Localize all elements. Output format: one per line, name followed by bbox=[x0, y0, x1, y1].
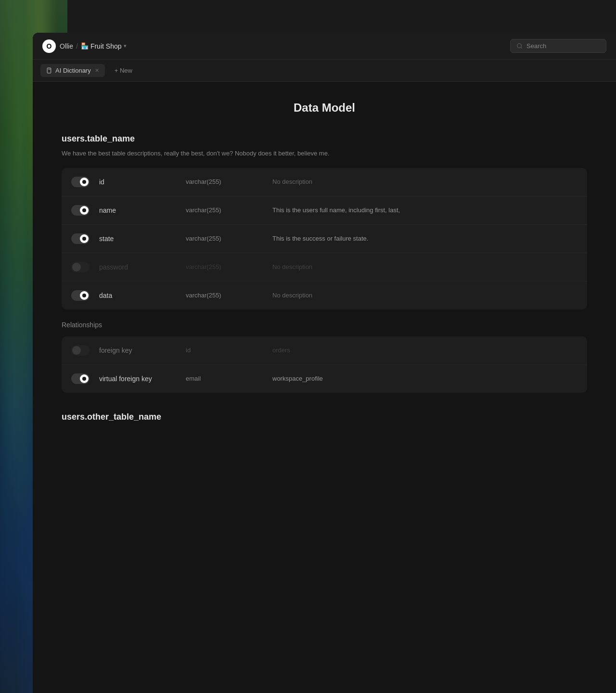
rel-name-virtual-fk: virtual foreign key bbox=[99, 375, 176, 383]
toggle-knob bbox=[80, 234, 89, 243]
breadcrumb-workspace[interactable]: 🏪 Fruit Shop ▾ bbox=[81, 42, 127, 50]
field-type-password: varchar(255) bbox=[186, 263, 263, 270]
field-row-data: data varchar(255) No description bbox=[62, 282, 587, 309]
svg-line-14 bbox=[521, 47, 522, 48]
field-name-data: data bbox=[99, 292, 176, 299]
search-icon bbox=[516, 43, 523, 49]
toggle-knob bbox=[72, 346, 81, 355]
field-row-id: id varchar(255) No description bbox=[62, 168, 587, 196]
field-name-password: password bbox=[99, 263, 176, 271]
relationships-container: foreign key id orders virtual foreign ke… bbox=[62, 336, 587, 393]
field-name-state: state bbox=[99, 235, 176, 243]
topbar: O Ollie / 🏪 Fruit Shop ▾ Search bbox=[33, 33, 616, 60]
breadcrumb-separator: / bbox=[76, 42, 78, 50]
rel-row-foreign-key: foreign key id orders bbox=[62, 336, 587, 365]
rel-key-virtual-fk: email bbox=[186, 375, 263, 382]
store-icon: 🏪 bbox=[81, 42, 89, 50]
rel-target-virtual-fk: workspace_profile bbox=[272, 375, 578, 382]
breadcrumb-user: Ollie bbox=[60, 42, 73, 50]
search-bar[interactable]: Search bbox=[510, 39, 606, 53]
tab-close-button[interactable]: ✕ bbox=[95, 67, 99, 74]
toggle-id[interactable] bbox=[71, 177, 90, 187]
toggle-foreign-key[interactable] bbox=[71, 345, 90, 356]
svg-rect-15 bbox=[47, 68, 51, 73]
rel-row-virtual-fk: virtual foreign key email workspace_prof… bbox=[62, 365, 587, 393]
toggle-name[interactable] bbox=[71, 205, 90, 216]
second-table-name: users.other_table_name bbox=[62, 412, 587, 422]
main-content: Data Model users.table_name We have the … bbox=[33, 82, 616, 693]
field-desc-id: No description bbox=[272, 178, 578, 185]
table-section-users: users.table_name We have the best table … bbox=[62, 134, 587, 393]
field-row-name: name varchar(255) This is the users full… bbox=[62, 196, 587, 225]
field-type-name: varchar(255) bbox=[186, 206, 263, 214]
field-row-state: state varchar(255) This is the success o… bbox=[62, 225, 587, 253]
svg-point-13 bbox=[517, 44, 522, 48]
field-desc-password: No description bbox=[272, 263, 578, 270]
toggle-knob bbox=[80, 374, 89, 383]
table-description: We have the best table descriptions, rea… bbox=[62, 149, 587, 158]
toggle-knob bbox=[80, 291, 89, 300]
toggle-knob bbox=[72, 263, 81, 271]
rel-name-foreign-key: foreign key bbox=[99, 346, 176, 354]
toggle-password[interactable] bbox=[71, 262, 90, 272]
toggle-data[interactable] bbox=[71, 290, 90, 301]
tab-ai-dictionary[interactable]: AI Dictionary ✕ bbox=[40, 64, 105, 77]
field-type-id: varchar(255) bbox=[186, 178, 263, 185]
toggle-virtual-fk[interactable] bbox=[71, 373, 90, 384]
toggle-knob bbox=[80, 206, 89, 215]
field-type-state: varchar(255) bbox=[186, 235, 263, 242]
chevron-down-icon: ▾ bbox=[124, 43, 127, 49]
new-tab-button[interactable]: + New bbox=[109, 64, 138, 77]
relationships-label: Relationships bbox=[62, 321, 587, 329]
table-name: users.table_name bbox=[62, 134, 587, 144]
rel-key-foreign-key: id bbox=[186, 346, 263, 354]
page-title: Data Model bbox=[62, 101, 587, 115]
tab-dictionary-icon bbox=[46, 67, 52, 74]
field-type-data: varchar(255) bbox=[186, 292, 263, 299]
fields-container: id varchar(255) No description name varc… bbox=[62, 168, 587, 309]
field-name-id: id bbox=[99, 178, 176, 186]
toggle-state[interactable] bbox=[71, 233, 90, 244]
field-desc-state: This is the success or failure state. bbox=[272, 235, 578, 242]
field-desc-name: This is the users full name, including f… bbox=[272, 206, 578, 214]
app-container: O Ollie / 🏪 Fruit Shop ▾ Search bbox=[33, 33, 616, 693]
logo-icon: O bbox=[42, 39, 56, 53]
topbar-left: O Ollie / 🏪 Fruit Shop ▾ bbox=[42, 39, 127, 53]
field-row-password: password varchar(255) No description bbox=[62, 253, 587, 282]
tabs-bar: AI Dictionary ✕ + New bbox=[33, 60, 616, 82]
rel-target-foreign-key: orders bbox=[272, 346, 578, 354]
field-desc-data: No description bbox=[272, 292, 578, 299]
breadcrumb: Ollie / 🏪 Fruit Shop ▾ bbox=[60, 42, 127, 50]
field-name-name: name bbox=[99, 206, 176, 214]
toggle-knob bbox=[80, 178, 89, 186]
